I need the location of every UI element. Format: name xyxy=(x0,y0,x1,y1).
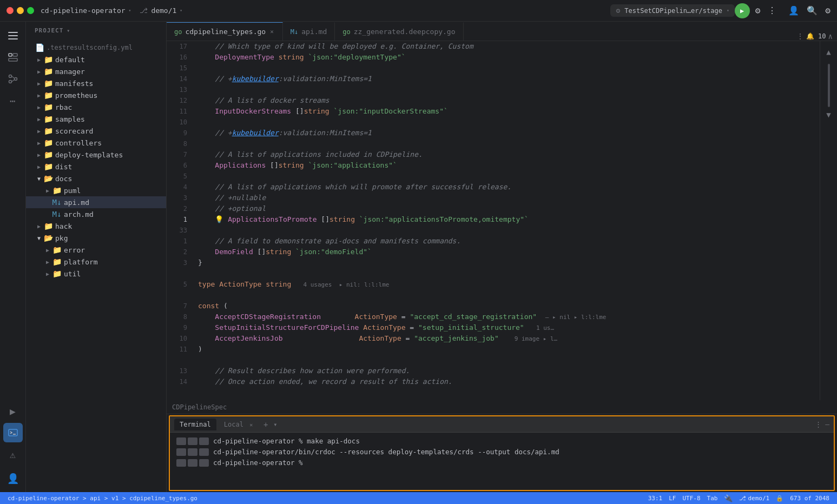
terminal-dropdown-icon[interactable]: ▾ xyxy=(273,421,277,428)
list-item[interactable]: ▶ 📁 prometheus xyxy=(26,89,166,101)
tab-zz-generated[interactable]: go zz_generated.deepcopy.go xyxy=(335,22,463,41)
folder-arrow-icon: ▶ xyxy=(43,246,52,254)
code-line: const ( xyxy=(198,301,815,311)
list-item[interactable]: M↓ api.md xyxy=(26,196,166,208)
folder-arrow-icon: ▶ xyxy=(35,55,43,64)
folder-icon: 📁 xyxy=(43,90,53,100)
svg-rect-3 xyxy=(9,54,12,56)
more-icon[interactable]: ⋮ xyxy=(768,5,776,16)
project-chevron-icon: ▾ xyxy=(129,8,131,13)
status-position[interactable]: 33:1 xyxy=(645,495,666,502)
code-line: // +optional xyxy=(198,203,815,214)
run-button[interactable]: ▶ xyxy=(735,3,750,18)
list-item[interactable]: ▶ 📁 samples xyxy=(26,113,166,125)
code-line: type ActionType string 4 usages ▸ nil: l… xyxy=(198,279,815,290)
terminal-add-button[interactable]: + xyxy=(260,419,271,430)
folder-icon: 📁 xyxy=(52,185,62,195)
folder-arrow-icon: ▶ xyxy=(35,127,43,135)
activity-bar-bottom: 👤 xyxy=(0,466,26,492)
tab-cdpipeline-types[interactable]: go cdpipeline_types.go ✕ xyxy=(167,22,283,41)
terminal-minimize-icon[interactable]: — xyxy=(825,420,829,428)
status-bar: cd-pipeline-operator > api > v1 > cdpipe… xyxy=(0,492,837,504)
more-tools-icon[interactable]: ⋯ xyxy=(3,91,23,110)
code-line: // Which type of kind will be deployed e… xyxy=(198,41,815,52)
list-item[interactable]: ▶ 📁 deploy-templates xyxy=(26,149,166,161)
run-config-chevron-icon: ▾ xyxy=(727,8,729,13)
svg-rect-11 xyxy=(9,429,17,436)
status-file-encoding[interactable]: UTF-8 xyxy=(679,495,703,502)
project-tree-icon[interactable] xyxy=(3,48,23,67)
structure-icon[interactable] xyxy=(3,69,23,89)
sidebar-item-platform[interactable]: ▶ 📁 platform xyxy=(26,256,166,268)
svg-line-9 xyxy=(11,76,14,78)
person-icon[interactable]: 👤 xyxy=(788,5,799,16)
code-line xyxy=(198,171,815,182)
list-item[interactable]: ▼ 📂 pkg xyxy=(26,232,166,244)
folder-arrow-icon: ▶ xyxy=(35,162,43,171)
list-item[interactable]: ▶ 📁 util xyxy=(26,268,166,280)
code-line: // A field to demonstrate api-docs and m… xyxy=(198,236,815,247)
project-name[interactable]: cd-pipeline-operator ▾ xyxy=(41,6,131,15)
code-line: // A list of applications which will pro… xyxy=(198,182,815,193)
terminal-tab-bar: Terminal Local ✕ + ▾ ⋮ — xyxy=(170,416,834,433)
list-item[interactable]: ▶ 📁 hack xyxy=(26,220,166,232)
editor-area: go cdpipeline_types.go ✕ M↓ api.md go zz… xyxy=(167,22,837,492)
terminal-close-icon[interactable]: ✕ xyxy=(249,422,253,428)
list-item[interactable]: ▶ 📁 scorecard xyxy=(26,125,166,137)
code-line xyxy=(198,63,815,74)
go-file-icon2: go xyxy=(342,28,350,36)
svg-rect-5 xyxy=(9,58,17,61)
code-line: InputDockerStreams []string `json:"input… xyxy=(198,106,815,117)
code-line: // +nullable xyxy=(198,193,815,203)
status-indentation[interactable]: Tab xyxy=(704,495,721,502)
status-branch[interactable]: ⎇ demo/1 xyxy=(736,495,773,502)
tab-close-icon[interactable]: ✕ xyxy=(269,27,275,36)
search-icon[interactable]: 🔍 xyxy=(807,5,818,16)
terminal-prompt-blocks xyxy=(176,448,209,456)
code-line: } xyxy=(198,257,815,268)
run-configuration[interactable]: ⚙ TestSetCDPipelin…er/stage ▾ xyxy=(610,4,734,17)
list-item[interactable]: ▼ 📂 docs xyxy=(26,173,166,184)
list-item[interactable]: ▶ 📁 rbac xyxy=(26,101,166,113)
list-item[interactable]: ▶ 📁 error xyxy=(26,244,166,256)
tab-more-icon[interactable]: ⋮ xyxy=(796,32,804,41)
list-item[interactable]: 📄 .testresultsconfig.yml xyxy=(26,42,166,54)
folder-arrow-icon: ▶ xyxy=(35,115,43,123)
list-item[interactable]: ▶ 📁 controllers xyxy=(26,137,166,149)
terminal-content[interactable]: cd-pipeline-operator % make api-docs cd-… xyxy=(170,433,834,490)
terminal-tab-terminal[interactable]: Terminal xyxy=(174,419,216,430)
scroll-down-icon[interactable]: ▼ xyxy=(822,108,835,121)
status-lines[interactable]: 673 of 2048 xyxy=(787,495,833,502)
md-tab-icon: M↓ xyxy=(291,28,298,36)
close-button[interactable] xyxy=(6,7,14,14)
folder-arrow-icon: ▶ xyxy=(35,67,43,76)
list-item[interactable]: ▶ 📁 manager xyxy=(26,65,166,77)
status-encoding[interactable]: LF xyxy=(665,495,679,502)
sidebar-toggle-icon[interactable] xyxy=(3,26,23,45)
editor-content[interactable]: // Which type of kind will be deployed e… xyxy=(194,41,820,400)
list-item[interactable]: ▶ 📁 puml xyxy=(26,184,166,196)
list-item[interactable]: M↓ arch.md xyxy=(26,208,166,220)
terminal-icon[interactable] xyxy=(3,423,23,442)
gear-icon[interactable]: ⚙ xyxy=(825,5,831,16)
minimize-button[interactable] xyxy=(17,7,24,14)
code-line xyxy=(198,290,815,301)
terminal-panel: Terminal Local ✕ + ▾ ⋮ — xyxy=(169,415,835,491)
settings-icon[interactable]: ⚙ xyxy=(755,5,761,16)
branch-selector[interactable]: ⎇ demo/1 ▾ xyxy=(140,6,182,15)
tab-api-md[interactable]: M↓ api.md xyxy=(283,22,335,41)
user-icon[interactable]: 👤 xyxy=(3,468,23,488)
scroll-up-icon[interactable]: ▲ xyxy=(822,45,835,58)
maximize-button[interactable] xyxy=(27,7,34,14)
list-item[interactable]: ▶ 📁 dist xyxy=(26,161,166,173)
terminal-actions: ⋮ — xyxy=(815,420,829,428)
terminal-more-icon[interactable]: ⋮ xyxy=(815,420,822,428)
expand-icon[interactable]: ∧ xyxy=(828,32,833,41)
list-item[interactable]: ▶ 📁 manifests xyxy=(26,77,166,89)
editor: 17 16 15 14 13 12 11 10 9 8 7 6 5 4 3 2 xyxy=(167,41,837,400)
folder-icon: 📁 xyxy=(43,55,53,64)
run-icon[interactable]: ▶ xyxy=(3,401,23,421)
notifications-icon[interactable]: ⚠ xyxy=(3,445,23,464)
terminal-tab-local[interactable]: Local ✕ xyxy=(219,419,258,430)
list-item[interactable]: ▶ 📁 default xyxy=(26,54,166,65)
